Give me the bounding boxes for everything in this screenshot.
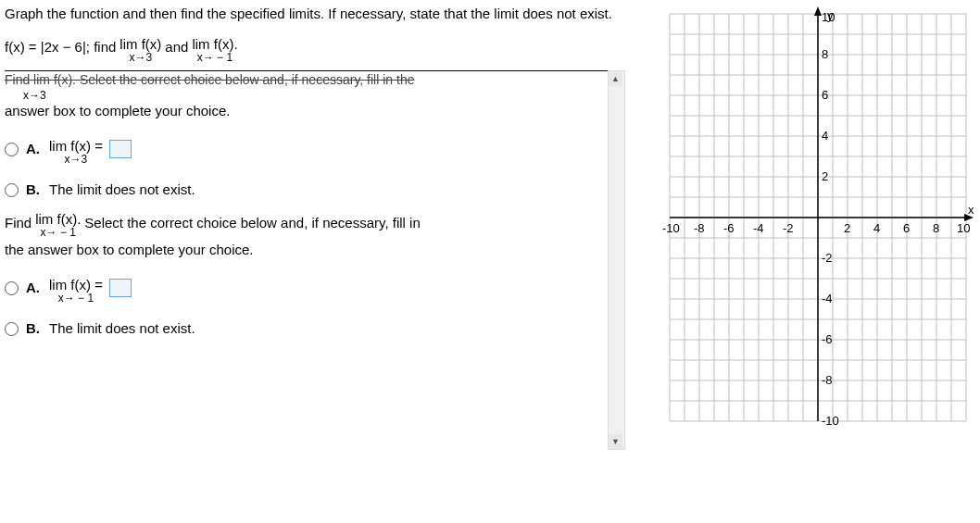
scrollbar[interactable]: ▲ ▼ xyxy=(608,70,625,450)
x-axis-label: x xyxy=(968,203,974,217)
part1-b-text: The limit does not exist. xyxy=(49,180,195,197)
answer-box-instruction: answer box to complete your choice. xyxy=(5,103,625,118)
tick-x2: 2 xyxy=(844,221,850,235)
tick-ym4: -4 xyxy=(822,292,833,305)
tick-y2: 2 xyxy=(822,169,828,183)
tick-y8: 8 xyxy=(822,47,828,61)
radio-icon[interactable] xyxy=(5,143,19,156)
tick-xm4: -4 xyxy=(753,221,764,235)
trunc-sub: x→3 xyxy=(23,89,46,101)
svg-marker-44 xyxy=(814,6,822,16)
func-prefix: f(x) = |2x − 6|; find xyxy=(5,37,116,55)
tick-ym6: -6 xyxy=(822,332,833,346)
tick-ym2: -2 xyxy=(822,251,833,265)
part2-choices: A. lim f(x) = x→ − 1 B. T xyxy=(5,278,625,336)
scroll-down-icon[interactable]: ▼ xyxy=(609,434,622,449)
part2-choice-b[interactable]: B. The limit does not exist. xyxy=(5,318,625,336)
and-text: and xyxy=(165,37,188,55)
choice-a-label: A. xyxy=(26,139,40,156)
choice-b-label: B. xyxy=(26,318,40,336)
scroll-up-icon[interactable]: ▲ xyxy=(609,71,622,86)
part1-choices: A. lim f(x) = x→3 B. The l xyxy=(5,139,625,197)
part2-limit: lim f(x). x→ − 1 xyxy=(35,212,81,238)
choice-b-label: B. xyxy=(26,180,40,197)
tick-xm8: -8 xyxy=(694,221,705,235)
part1-a-limit: lim f(x) = x→3 xyxy=(49,139,103,165)
radio-icon[interactable] xyxy=(5,322,19,336)
tick-ym8: -8 xyxy=(822,373,833,387)
tick-y6: 6 xyxy=(822,88,828,102)
part2-a-input[interactable] xyxy=(109,279,132,297)
part1-a-input[interactable] xyxy=(109,140,132,158)
tick-y4: 4 xyxy=(822,129,828,143)
limit-2: lim f(x). x→ − 1 xyxy=(192,37,237,63)
part2-b-text: The limit does not exist. xyxy=(49,318,195,336)
limit-1: lim f(x) x→3 xyxy=(119,37,161,63)
tick-x10: 10 xyxy=(957,221,970,235)
question-intro: Graph the function and then find the spe… xyxy=(5,5,642,23)
scrollable-answer-area: Find lim f(x). Select the correct choice… xyxy=(5,70,642,450)
part1-choice-b[interactable]: B. The limit does not exist. xyxy=(5,180,625,197)
tick-x8: 8 xyxy=(933,221,939,235)
truncated-prev-line: Find lim f(x). Select the correct choice… xyxy=(5,70,625,87)
part2-find-line1: Find lim f(x). x→ − 1 Select the correct… xyxy=(5,212,625,238)
part2-a-limit: lim f(x) = x→ − 1 xyxy=(49,278,103,304)
tick-xm2: -2 xyxy=(783,221,794,235)
coordinate-grid[interactable]: y x 10 8 6 4 2 -2 -4 -6 -8 -10 -10 -8 -6… xyxy=(660,5,975,430)
part2-choice-a[interactable]: A. lim f(x) = x→ − 1 xyxy=(5,278,625,304)
choice-a-label: A. xyxy=(26,278,40,295)
tick-xm6: -6 xyxy=(723,221,735,235)
tick-xm10: -10 xyxy=(662,221,680,235)
radio-icon[interactable] xyxy=(5,281,19,295)
tick-ym10: -10 xyxy=(822,414,839,428)
find-prefix: Find xyxy=(5,212,31,232)
tick-x6: 6 xyxy=(903,221,910,235)
find-suffix: Select the correct choice below and, if … xyxy=(84,212,420,232)
part1-choice-a[interactable]: A. lim f(x) = x→3 xyxy=(5,139,625,165)
radio-icon[interactable] xyxy=(5,183,19,197)
tick-x4: 4 xyxy=(873,221,880,235)
part2-find-line2: the answer box to complete your choice. xyxy=(5,242,625,257)
function-definition: f(x) = |2x − 6|; find lim f(x) x→3 and l… xyxy=(5,37,642,63)
tick-y10: 10 xyxy=(822,10,835,24)
